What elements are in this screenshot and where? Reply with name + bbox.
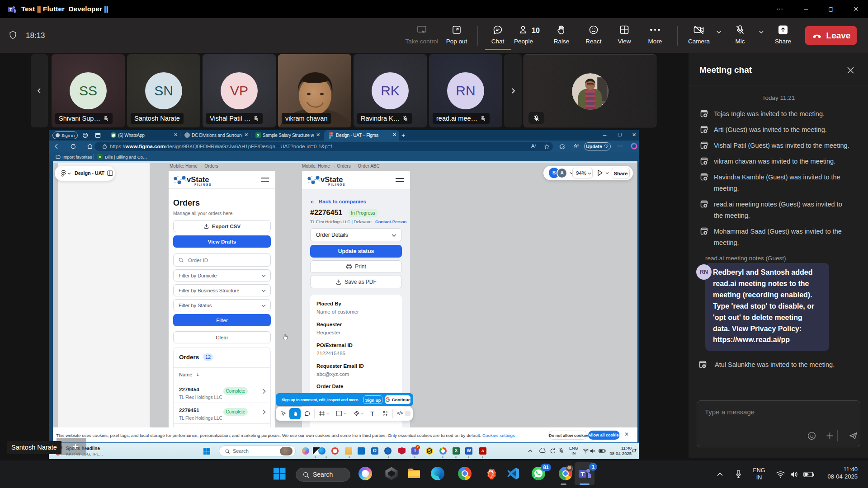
- svg-text:FILINGS: FILINGS: [194, 183, 212, 186]
- svg-text:vState: vState: [187, 175, 209, 183]
- svg-text:vState: vState: [321, 175, 343, 183]
- svg-text:FILINGS: FILINGS: [328, 183, 345, 186]
